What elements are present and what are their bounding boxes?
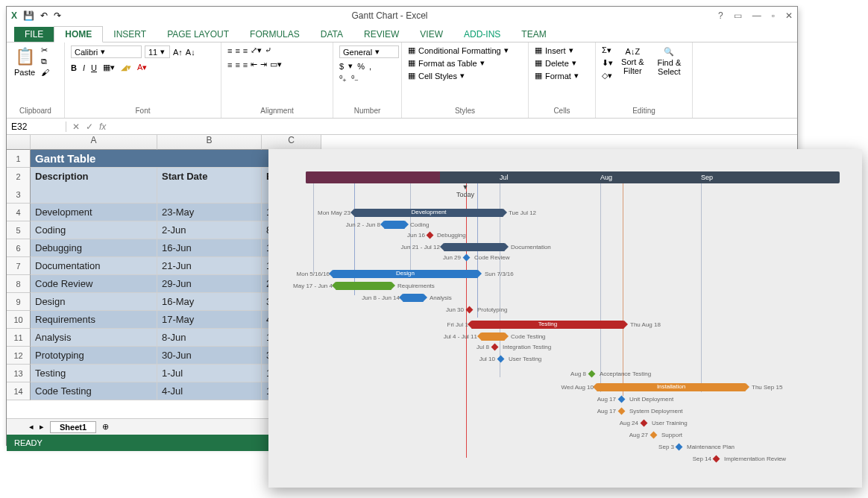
cell-start-date[interactable]: 23-May <box>157 204 262 221</box>
milestone-integration-testing[interactable] <box>491 344 499 351</box>
bar-requirements[interactable] <box>336 282 391 290</box>
cell-description[interactable]: Requirements <box>31 311 157 329</box>
row-header[interactable]: 7 <box>7 257 31 275</box>
cell-start-date[interactable]: 30-Jun <box>157 347 262 365</box>
enter-icon[interactable]: ✓ <box>86 122 93 132</box>
name-box[interactable]: E32 <box>7 122 66 132</box>
save-icon[interactable]: 💾 <box>23 10 34 21</box>
milestone-implementation-review[interactable] <box>713 456 720 463</box>
milestone-acceptance-testing[interactable] <box>588 371 596 378</box>
row-header[interactable]: 5 <box>7 221 31 239</box>
bar-documentation[interactable] <box>444 243 505 251</box>
conditional-formatting-button[interactable]: ▦Conditional Formatting▾ <box>408 45 509 55</box>
tab-addins[interactable]: ADD-INS <box>453 27 511 42</box>
row-header[interactable]: 9 <box>7 293 31 311</box>
autosum-icon[interactable]: Σ▾ <box>602 45 613 55</box>
row-header[interactable]: 6 <box>7 239 31 257</box>
bold-button[interactable]: B <box>71 63 77 72</box>
tab-home[interactable]: HOME <box>54 26 103 42</box>
formula-input[interactable] <box>112 121 791 132</box>
row-header[interactable]: 23 <box>7 168 31 204</box>
milestone-support[interactable] <box>650 432 658 439</box>
milestone-prototyping[interactable] <box>466 306 474 314</box>
row-header[interactable]: 14 <box>7 382 31 400</box>
grow-font-icon[interactable]: A↑ <box>173 48 183 57</box>
tab-review[interactable]: REVIEW <box>353 27 409 42</box>
currency-icon[interactable]: $ <box>339 62 344 71</box>
tab-data[interactable]: DATA <box>310 27 353 42</box>
milestone-maintenance-plan[interactable] <box>676 444 683 451</box>
cell-start-date[interactable]: 2-Jun <box>157 221 262 239</box>
number-format-select[interactable]: General▾ <box>339 45 399 58</box>
fx-icon[interactable]: fx <box>99 122 106 132</box>
col-header-a[interactable]: A <box>31 135 157 150</box>
header-start-date[interactable]: Start Date <box>157 168 262 204</box>
cell-description[interactable]: Design <box>31 293 157 311</box>
milestone-debugging[interactable] <box>427 232 434 239</box>
underline-button[interactable]: U <box>91 63 97 72</box>
close-icon[interactable]: ✕ <box>785 10 793 21</box>
sort-filter-button[interactable]: A↓Z Sort & Filter <box>617 45 648 77</box>
font-color-icon[interactable]: A▾ <box>137 63 147 72</box>
col-header-c[interactable]: C <box>262 135 321 150</box>
cell-description[interactable]: Testing <box>31 365 157 382</box>
cell-start-date[interactable]: 16-May <box>157 293 262 311</box>
row-header[interactable]: 12 <box>7 347 31 365</box>
format-cells-button[interactable]: ▦Format▾ <box>535 71 579 81</box>
row-header[interactable]: 1 <box>7 150 31 168</box>
cancel-icon[interactable]: ✕ <box>72 122 80 132</box>
cell-description[interactable]: Prototyping <box>31 347 157 365</box>
select-all-corner[interactable] <box>7 135 31 150</box>
sheet-nav-next-icon[interactable]: ▸ <box>40 422 44 432</box>
cell-start-date[interactable]: 4-Jul <box>157 382 262 400</box>
paste-button[interactable]: 📋 Paste <box>13 45 37 78</box>
fill-color-icon[interactable]: ◢▾ <box>121 63 131 72</box>
align-right-icon[interactable]: ≡ <box>243 60 248 69</box>
cell-description[interactable]: Coding <box>31 221 157 239</box>
tab-insert[interactable]: INSERT <box>103 27 157 42</box>
undo-icon[interactable]: ↶ <box>40 10 48 21</box>
tab-page-layout[interactable]: PAGE LAYOUT <box>157 27 239 42</box>
cut-icon[interactable]: ✂ <box>41 45 49 55</box>
cell-start-date[interactable]: 1-Jul <box>157 365 262 382</box>
clear-icon[interactable]: ◇▾ <box>602 71 613 81</box>
help-icon[interactable]: ? <box>718 10 723 21</box>
milestone-user-training[interactable] <box>641 420 648 427</box>
align-left-icon[interactable]: ≡ <box>227 60 232 69</box>
tab-file[interactable]: FILE <box>14 27 54 42</box>
align-middle-icon[interactable]: ≡ <box>235 46 239 55</box>
milestone-unit-deployment[interactable] <box>618 396 626 403</box>
tab-view[interactable]: VIEW <box>409 27 453 42</box>
percent-icon[interactable]: % <box>357 62 365 71</box>
shrink-font-icon[interactable]: A↓ <box>186 48 195 57</box>
sheet-tab-sheet1[interactable]: Sheet1 <box>50 421 96 433</box>
new-sheet-icon[interactable]: ⊕ <box>102 422 109 432</box>
find-select-button[interactable]: 🔍 Find & Select <box>652 45 686 78</box>
insert-cells-button[interactable]: ▦Insert▾ <box>535 45 573 55</box>
tab-team[interactable]: TEAM <box>511 27 556 42</box>
cell-start-date[interactable]: 17-May <box>157 311 262 329</box>
minimize-icon[interactable]: — <box>752 10 761 21</box>
row-header[interactable]: 11 <box>7 329 31 347</box>
maximize-icon[interactable]: ▫ <box>772 10 775 21</box>
font-size-select[interactable]: 11▾ <box>145 45 170 58</box>
cell-description[interactable]: Debugging <box>31 239 157 257</box>
bar-analysis[interactable] <box>403 294 424 302</box>
copy-icon[interactable]: ⧉ <box>41 57 49 66</box>
indent-dec-icon[interactable]: ⇤ <box>251 60 257 69</box>
align-bottom-icon[interactable]: ≡ <box>243 46 248 55</box>
format-painter-icon[interactable]: 🖌 <box>41 68 49 77</box>
milestone-user-testing[interactable] <box>497 356 505 363</box>
col-header-b[interactable]: B <box>157 135 262 150</box>
decrease-decimal-icon[interactable]: ⁰₋ <box>351 74 359 83</box>
cell-description[interactable]: Code Testing <box>31 382 157 400</box>
cell-start-date[interactable]: 21-Jun <box>157 257 262 275</box>
increase-decimal-icon[interactable]: ⁰₊ <box>339 74 347 83</box>
cell-description[interactable]: Development <box>31 204 157 221</box>
cell-start-date[interactable]: 8-Jun <box>157 329 262 347</box>
italic-button[interactable]: I <box>83 63 85 72</box>
row-header[interactable]: 10 <box>7 311 31 329</box>
row-header[interactable]: 4 <box>7 204 31 221</box>
format-as-table-button[interactable]: ▦Format as Table▾ <box>408 58 485 68</box>
cell-description[interactable]: Code Review <box>31 275 157 293</box>
